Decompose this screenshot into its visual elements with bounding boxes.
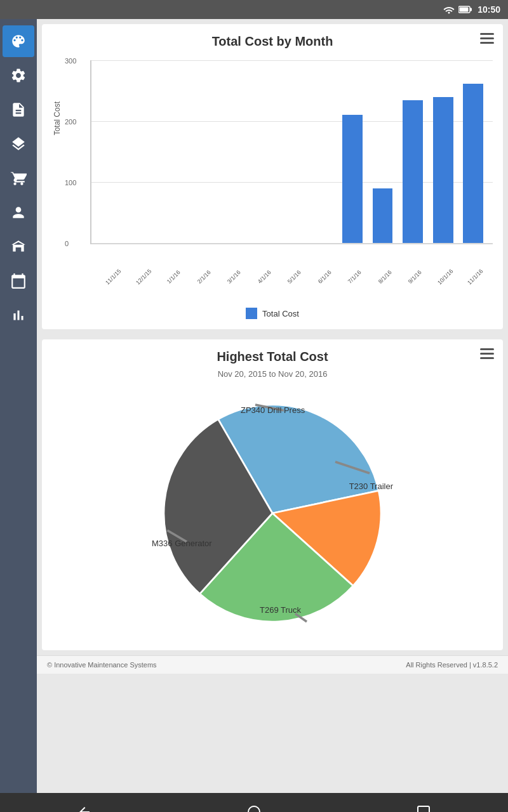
bar-slot xyxy=(248,60,277,243)
bar xyxy=(373,188,393,243)
pie-label-m336: M336 Generator xyxy=(152,539,212,548)
sidebar-item-chart[interactable] xyxy=(3,299,34,331)
pie-chart-menu[interactable] xyxy=(480,348,494,359)
back-icon xyxy=(77,804,92,812)
svg-rect-1 xyxy=(470,8,472,11)
status-icons xyxy=(443,5,472,14)
bar-slot xyxy=(127,60,156,243)
legend-color-total-cost xyxy=(246,308,257,319)
x-label: 12/1/15 xyxy=(131,265,156,289)
bar-chart-icon xyxy=(10,307,27,324)
x-label: 1/1/16 xyxy=(161,265,186,289)
y-label-100: 100 xyxy=(65,179,76,187)
sidebar xyxy=(0,19,37,793)
bars-container xyxy=(91,60,493,243)
bar-slot xyxy=(398,60,427,243)
status-time: 10:50 xyxy=(478,4,500,15)
building-icon xyxy=(10,239,27,255)
svg-point-7 xyxy=(248,806,260,812)
bar xyxy=(463,84,483,243)
pie-label-t269: T269 Truck xyxy=(260,605,301,615)
x-labels: 11/1/1512/1/151/1/162/1/163/1/164/1/165/… xyxy=(91,275,493,281)
pie-wrapper: ZP340 Drill Press T230 Trailer M336 Gene… xyxy=(158,399,387,627)
bar-slot xyxy=(187,60,217,243)
main-content: Total Cost by Month Total Cost 300 200 1… xyxy=(37,19,508,793)
bar-slot xyxy=(277,60,307,243)
y-label-300: 300 xyxy=(65,57,76,65)
x-label: 10/1/16 xyxy=(433,265,458,289)
bar-chart-area: Total Cost 300 200 100 0 11/1/1512/1/151… xyxy=(52,54,493,289)
back-button[interactable] xyxy=(69,796,100,812)
sidebar-item-calendar[interactable] xyxy=(3,265,34,297)
x-label: 3/1/16 xyxy=(222,265,246,289)
x-label: 7/1/16 xyxy=(342,265,367,289)
document-icon xyxy=(10,102,27,118)
legend-label-total-cost: Total Cost xyxy=(262,309,299,318)
cart-icon xyxy=(10,170,27,187)
pie-chart-subtitle: Nov 20, 2015 to Nov 20, 2016 xyxy=(52,369,493,379)
footer-right: All Rights Reserved | v1.8.5.2 xyxy=(406,661,498,669)
sidebar-item-user[interactable] xyxy=(3,197,34,228)
bar-chart-panel: Total Cost by Month Total Cost 300 200 1… xyxy=(42,24,503,329)
x-label: 5/1/16 xyxy=(282,265,307,289)
recent-button[interactable] xyxy=(408,796,439,812)
x-label: 11/1/15 xyxy=(101,265,126,289)
bar-slot xyxy=(97,60,126,243)
svg-rect-8 xyxy=(418,806,429,812)
layers-icon xyxy=(10,136,27,152)
bar-slot xyxy=(338,60,367,243)
pie-svg xyxy=(158,399,387,627)
x-label: 2/1/16 xyxy=(191,265,216,289)
bar-chart-menu[interactable] xyxy=(480,33,494,44)
bottom-nav xyxy=(0,793,508,812)
chart-legend: Total Cost xyxy=(52,308,493,319)
pie-chart-container: ZP340 Drill Press T230 Trailer M336 Gene… xyxy=(52,386,493,640)
chart-plot: 300 200 100 0 11/1/1512/1/151/1/162/1/16… xyxy=(90,60,493,244)
bar-slot xyxy=(308,60,337,243)
sidebar-item-cart[interactable] xyxy=(3,162,34,194)
x-label: 9/1/16 xyxy=(403,265,427,289)
sidebar-item-document[interactable] xyxy=(3,94,34,126)
wifi-icon xyxy=(443,5,455,14)
status-bar: 10:50 xyxy=(0,0,508,19)
x-label: 8/1/16 xyxy=(372,265,397,289)
bar xyxy=(403,100,423,243)
sidebar-item-dashboard[interactable] xyxy=(3,25,34,57)
svg-rect-2 xyxy=(460,8,469,12)
bar-slot xyxy=(157,60,186,243)
bar-chart-title: Total Cost by Month xyxy=(52,34,493,49)
y-label-200: 200 xyxy=(65,118,76,126)
bar xyxy=(433,97,453,243)
footer-left: © Innovative Maintenance Systems xyxy=(47,661,157,669)
bar-slot xyxy=(429,60,458,243)
x-label: 11/1/16 xyxy=(463,265,488,289)
y-axis-label: Total Cost xyxy=(53,102,62,135)
bar-slot xyxy=(217,60,246,243)
bar-slot xyxy=(368,60,398,243)
home-button[interactable] xyxy=(238,796,270,812)
sidebar-item-building[interactable] xyxy=(3,231,34,263)
pie-label-zp340: ZP340 Drill Press xyxy=(241,405,305,415)
sidebar-item-settings[interactable] xyxy=(3,60,34,91)
sidebar-item-data[interactable] xyxy=(3,128,34,160)
x-label: 6/1/16 xyxy=(312,265,337,289)
bar-slot xyxy=(458,60,488,243)
battery-icon xyxy=(458,5,472,14)
x-label: 4/1/16 xyxy=(251,265,276,289)
palette-icon xyxy=(10,33,27,49)
y-label-0: 0 xyxy=(65,240,69,247)
bar xyxy=(342,115,363,243)
home-icon xyxy=(246,804,262,812)
gear-icon xyxy=(10,67,27,84)
recent-icon xyxy=(416,804,431,812)
pie-label-t230: T230 Trailer xyxy=(349,481,393,491)
app-container: Total Cost by Month Total Cost 300 200 1… xyxy=(0,19,508,793)
footer: © Innovative Maintenance Systems All Rig… xyxy=(37,655,508,674)
pie-chart-title: Highest Total Cost xyxy=(52,350,493,364)
calendar-icon xyxy=(10,273,27,289)
user-icon xyxy=(10,204,27,221)
pie-chart-panel: Highest Total Cost Nov 20, 2015 to Nov 2… xyxy=(42,339,503,650)
